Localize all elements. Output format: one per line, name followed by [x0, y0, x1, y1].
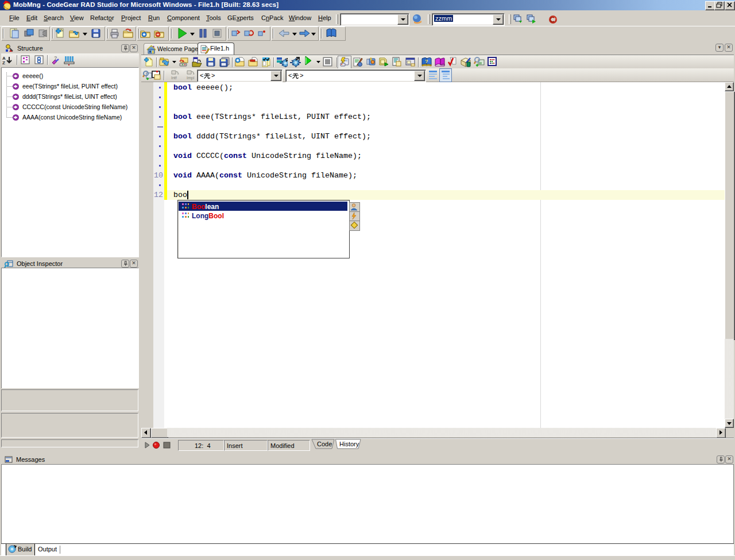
svg-text:Impl: Impl: [187, 76, 195, 80]
svg-text:Code: Code: [317, 441, 332, 447]
svg-text:Intf: Intf: [171, 76, 177, 80]
svg-text:Z: Z: [2, 60, 5, 65]
svg-text:History: History: [339, 441, 359, 447]
svg-text:?: ?: [425, 59, 428, 64]
